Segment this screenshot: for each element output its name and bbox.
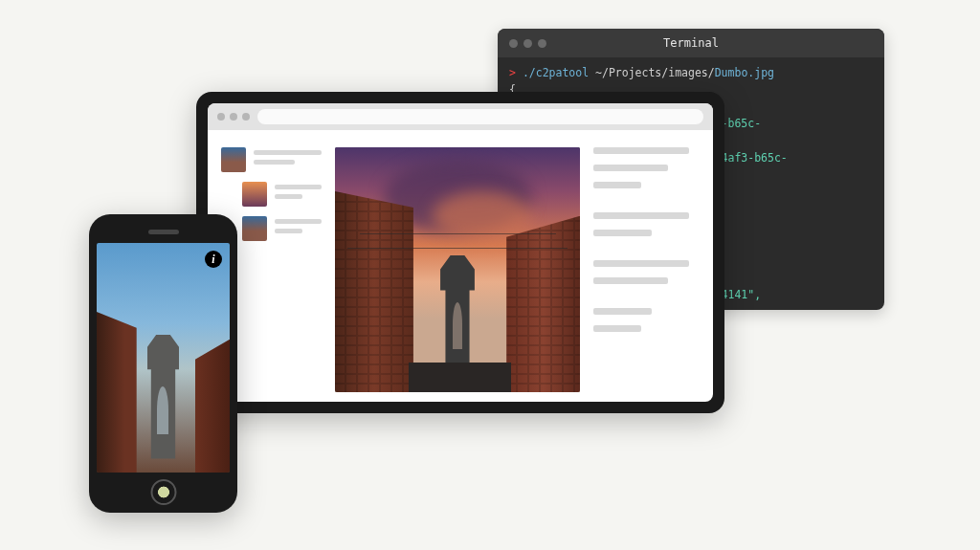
placeholder-line [593, 147, 689, 154]
info-icon[interactable]: i [205, 251, 222, 268]
list-item[interactable] [242, 182, 322, 207]
metadata-panel [593, 147, 700, 392]
placeholder-line [593, 165, 668, 171]
placeholder-line [593, 308, 652, 315]
terminal-command-line: > ./c2patool ~/Projects/images/Dumbo.jpg [509, 65, 873, 82]
home-button[interactable] [150, 479, 176, 505]
phone-screen[interactable]: i [97, 243, 230, 473]
browser-window [208, 103, 713, 402]
minimize-icon[interactable] [230, 113, 237, 121]
browser-body [208, 130, 713, 402]
list-item[interactable] [221, 147, 322, 172]
thumbnail-icon [242, 216, 267, 241]
tablet-device [196, 92, 724, 413]
thumbnail-icon [221, 147, 246, 172]
bridge-photo-icon [335, 147, 580, 392]
main-image-column [335, 147, 580, 392]
terminal-titlebar: Terminal [498, 29, 884, 57]
placeholder-line [593, 230, 652, 236]
main-image[interactable] [335, 147, 580, 392]
placeholder-line [593, 277, 668, 284]
thumbnail-icon [242, 182, 267, 207]
placeholder-line [593, 260, 689, 267]
maximize-icon[interactable] [242, 113, 250, 121]
phone-device: i [89, 214, 237, 513]
terminal-title: Terminal [498, 36, 884, 50]
placeholder-line [593, 325, 641, 332]
browser-chrome [208, 103, 713, 130]
address-bar[interactable] [257, 109, 703, 124]
list-item[interactable] [242, 216, 322, 241]
placeholder-line [593, 212, 689, 219]
placeholder-line [593, 182, 641, 188]
window-controls[interactable] [217, 113, 250, 121]
camera-viewfinder: i [97, 243, 230, 473]
close-icon[interactable] [217, 113, 225, 121]
